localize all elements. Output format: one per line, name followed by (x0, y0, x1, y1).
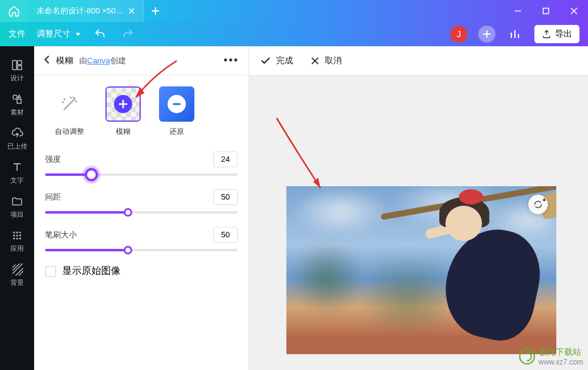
avatar[interactable]: J (450, 26, 467, 43)
svg-point-7 (16, 231, 18, 233)
intensity-slider-row: 强度 24 (45, 152, 238, 176)
wand-icon (52, 86, 87, 122)
canvas-area: 完成 取消 + (249, 46, 588, 370)
close-window-button[interactable] (560, 0, 588, 22)
svg-point-10 (16, 234, 18, 236)
redo-button[interactable] (119, 26, 136, 43)
insights-button[interactable] (506, 26, 523, 43)
svg-rect-5 (17, 99, 21, 103)
toolbar: 文件 调整尺寸 J 导出 (0, 22, 588, 46)
svg-point-11 (19, 234, 21, 236)
blur-panel: 模糊 由Canva创建 ••• 自动调整 模糊 (34, 46, 249, 370)
watermark: 极光下载站 www.xz7.com (519, 347, 583, 366)
annotation-arrow (271, 112, 331, 197)
chevron-down-icon (76, 33, 80, 36)
cancel-button[interactable]: 取消 (310, 55, 342, 66)
share-button[interactable] (478, 26, 495, 43)
svg-point-13 (16, 237, 18, 239)
svg-point-12 (13, 237, 15, 239)
show-original-checkbox-row[interactable]: 显示原始图像 (45, 265, 238, 278)
show-original-checkbox[interactable] (45, 266, 56, 277)
svg-rect-0 (544, 9, 549, 14)
close-tab-icon[interactable] (129, 7, 135, 16)
canvas-content[interactable]: + (249, 75, 588, 370)
home-button[interactable] (0, 0, 28, 22)
svg-point-8 (19, 231, 21, 233)
file-menu[interactable]: 文件 (9, 29, 26, 40)
tab-title: 未命名的设计-800 ×50... (37, 5, 122, 16)
sidebar-item-apps[interactable]: 应用 (0, 224, 34, 258)
intensity-slider[interactable] (45, 173, 238, 176)
document-tab[interactable]: 未命名的设计-800 ×50... (28, 0, 143, 22)
undo-button[interactable] (91, 26, 108, 43)
svg-rect-1 (13, 60, 17, 69)
maximize-button[interactable] (532, 0, 560, 22)
svg-point-4 (13, 95, 17, 99)
left-sidebar: 设计 素材 已上传 文字 项目 应用 背景 (0, 46, 34, 370)
minus-icon (168, 95, 186, 113)
sidebar-item-text[interactable]: 文字 (0, 156, 34, 190)
new-tab-button[interactable] (143, 0, 168, 22)
canva-link[interactable]: Canva (87, 56, 110, 65)
more-options-button[interactable]: ••• (224, 54, 239, 67)
svg-point-9 (13, 234, 15, 236)
sidebar-item-uploads[interactable]: 已上传 (0, 122, 34, 156)
sidebar-item-elements[interactable]: 素材 (0, 88, 34, 122)
svg-rect-3 (18, 65, 22, 69)
spacing-value[interactable]: 50 (213, 189, 238, 205)
watermark-logo (519, 349, 535, 365)
panel-subtitle: 由Canva创建 (79, 55, 126, 66)
svg-point-14 (19, 237, 21, 239)
sidebar-item-background[interactable]: 背景 (0, 258, 34, 292)
restore-card[interactable]: 还原 (156, 86, 197, 137)
export-button[interactable]: 导出 (534, 25, 579, 43)
check-icon (260, 55, 271, 66)
panel-title: 模糊 (56, 55, 73, 66)
canvas-image[interactable]: + (286, 186, 556, 354)
auto-adjust-card[interactable]: 自动调整 (49, 86, 90, 137)
refresh-button[interactable]: + (528, 195, 548, 214)
blur-card[interactable]: 模糊 (102, 86, 144, 137)
resize-menu[interactable]: 调整尺寸 (37, 29, 80, 40)
titlebar: 未命名的设计-800 ×50... (0, 0, 588, 22)
svg-point-6 (13, 231, 15, 233)
intensity-value[interactable]: 24 (213, 152, 238, 167)
export-icon (542, 29, 551, 39)
svg-rect-2 (18, 60, 22, 65)
close-icon (310, 56, 320, 66)
brush-value[interactable]: 50 (213, 227, 238, 243)
sidebar-item-projects[interactable]: 项目 (0, 190, 34, 224)
minimize-button[interactable] (504, 0, 532, 22)
sidebar-item-design[interactable]: 设计 (0, 54, 34, 88)
spacing-slider[interactable] (45, 211, 238, 214)
done-button[interactable]: 完成 (260, 55, 293, 66)
spacing-slider-row: 间距 50 (45, 189, 238, 214)
brush-slider-row: 笔刷大小 50 (45, 227, 238, 251)
brush-slider[interactable] (45, 249, 238, 251)
back-button[interactable] (44, 55, 50, 66)
plus-icon (114, 95, 132, 113)
